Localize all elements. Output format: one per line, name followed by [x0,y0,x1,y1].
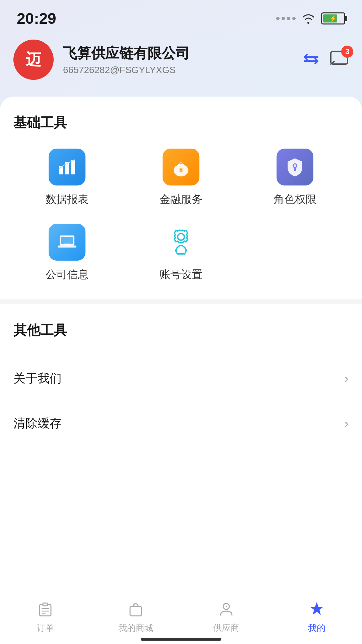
basic-tools-row2: 公司信息 账号设置 [13,224,349,282]
my-mall-label: 我的商城 [118,622,153,634]
main-card: 基础工具 数据报表 ¥ [0,97,362,600]
svg-point-13 [178,233,184,240]
company-info-label: 公司信息 [46,267,88,282]
role-perm-label: 角色权限 [274,192,316,207]
header-actions: 3 [302,50,349,69]
avatar: 迈 [13,40,54,80]
status-bar: 20:29 ⚡ [0,0,362,33]
wifi-icon [301,13,316,24]
orders-label: 订单 [37,622,54,634]
section-divider [0,299,362,304]
supplier-label: 供应商 [213,622,239,634]
company-name: 飞算供应链有限公司 [63,44,293,63]
supplier-icon [217,600,236,619]
home-indicator [141,638,221,641]
person-icon [219,602,234,617]
svg-point-8 [294,164,296,167]
clear-cache-label: 清除缓存 [13,415,62,432]
account-settings-label: 账号设置 [160,267,202,282]
status-time: 20:29 [17,9,56,28]
bar-chart-icon [56,156,78,178]
mine-icon [307,600,326,619]
signal-dots-icon [276,17,296,20]
avatar-text: 迈 [26,49,41,70]
nav-orders[interactable]: 订单 [0,600,90,634]
svg-text:¥: ¥ [179,166,183,174]
profile-info: 飞算供应链有限公司 665726282@FSGYLYXGS [63,44,293,75]
svg-point-21 [226,606,227,607]
finance-label: 金融服务 [160,192,202,207]
gear-icon [163,224,199,261]
laptop-icon [56,231,78,253]
bottom-nav: 订单 我的商城 供应商 我的 [0,593,362,644]
basic-tools-title: 基础工具 [13,113,349,132]
clipboard-icon [38,602,53,617]
about-us-label: 关于我们 [13,370,62,387]
role-perm-icon-bg [277,149,313,185]
nav-my-mall[interactable]: 我的商城 [90,600,181,634]
svg-rect-10 [61,237,73,244]
shopping-bag-icon [128,602,143,617]
svg-rect-15 [43,603,48,606]
switch-button[interactable] [302,52,320,67]
svg-rect-19 [130,606,141,616]
data-report-icon-bg [49,149,85,185]
status-icons: ⚡ [276,12,345,24]
money-bag-icon: ¥ [170,156,192,178]
mine-label: 我的 [308,622,325,634]
empty-slot [241,224,349,282]
data-report-label: 数据报表 [46,192,88,207]
tool-company-info[interactable]: 公司信息 [13,224,121,282]
nav-supplier[interactable]: 供应商 [181,600,272,634]
star-icon [308,601,325,618]
tool-account-settings[interactable]: 账号设置 [127,224,235,282]
clear-cache-chevron: › [344,416,349,431]
battery-icon: ⚡ [321,12,345,24]
account-settings-icon-bg [163,224,199,261]
other-tools-title: 其他工具 [13,321,349,339]
message-badge: 3 [341,46,353,58]
tool-data-report[interactable]: 数据报表 [13,149,121,207]
orders-icon [36,600,55,619]
basic-tools-row1: 数据报表 ¥ 金融服务 [13,149,349,207]
tool-role-perm[interactable]: 角色权限 [241,149,349,207]
svg-rect-7 [294,168,296,171]
svg-rect-12 [64,244,70,246]
tool-finance[interactable]: ¥ 金融服务 [127,149,235,207]
shield-key-icon [284,156,306,178]
my-mall-icon [126,600,145,619]
company-id: 665726282@FSGYLYXGS [63,65,293,75]
profile-section: 迈 飞算供应链有限公司 665726282@FSGYLYXGS 3 [0,33,362,97]
about-us-item[interactable]: 关于我们 › [13,356,349,401]
message-button[interactable]: 3 [330,50,349,69]
finance-icon-bg: ¥ [163,149,199,185]
svg-rect-3 [71,160,75,174]
company-info-icon-bg [49,224,85,261]
clear-cache-item[interactable]: 清除缓存 › [13,401,349,446]
nav-mine[interactable]: 我的 [272,600,362,634]
about-us-chevron: › [344,371,349,386]
